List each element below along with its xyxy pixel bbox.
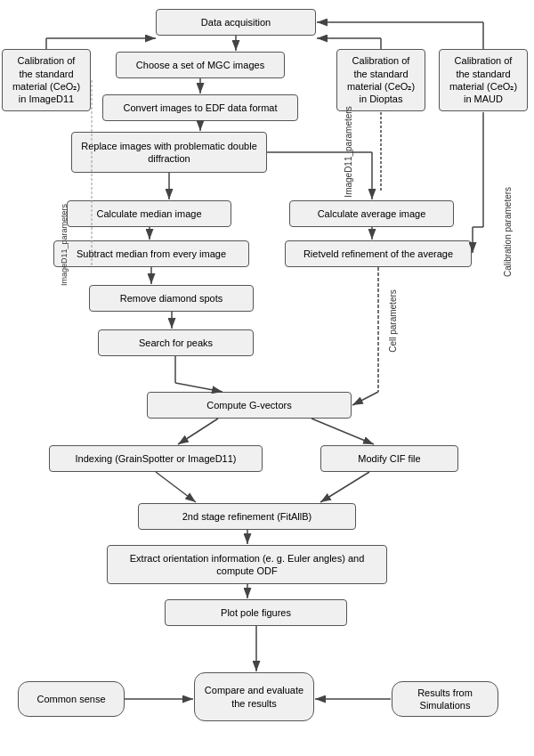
indexing: Indexing (GrainSpotter or ImageD11) [49, 445, 263, 472]
common-sense: Common sense [18, 681, 125, 717]
calc-median: Calculate median image [67, 200, 231, 227]
refinement-2nd: 2nd stage refinement (FitAllB) [138, 503, 356, 530]
subtract-median: Subtract median from every image [53, 240, 249, 267]
results-simulations: Results from Simulations [392, 681, 498, 717]
svg-line-26 [178, 419, 218, 444]
choose-mgc: Choose a set of MGC images [116, 52, 285, 78]
rietveld: Rietveld refinement of the average [285, 240, 472, 267]
label-imaged11-params: ImageD11_parameters [344, 106, 353, 197]
svg-line-25 [175, 383, 222, 392]
replace-images: Replace images with problematic double d… [71, 132, 267, 173]
calib-maud: Calibration of the standard material (Ce… [439, 49, 528, 111]
calc-average: Calculate average image [289, 200, 454, 227]
compute-g: Compute G-vectors [147, 392, 352, 419]
data-acquisition: Data acquisition [156, 9, 316, 36]
compare-evaluate: Compare and evaluate the results [194, 672, 314, 721]
svg-line-27 [312, 419, 374, 444]
remove-diamond: Remove diamond spots [89, 285, 254, 312]
label-cell-params: Cell parameters [388, 289, 398, 353]
convert-edf: Convert images to EDF data format [102, 94, 298, 121]
calib-imaged11: Calibration of the standard material (Ce… [2, 49, 91, 111]
svg-line-29 [320, 472, 369, 502]
label-calibration-params: Calibration parameters [503, 187, 513, 277]
svg-line-22 [352, 392, 378, 405]
search-peaks: Search for peaks [98, 329, 254, 356]
svg-line-28 [156, 472, 196, 502]
calib-dioptas: Calibration of the standard material (Ce… [336, 49, 425, 111]
extract-orientation: Extract orientation information (e. g. E… [107, 545, 387, 584]
label-imaged11-left: ImageD11_parameters [60, 204, 69, 286]
plot-pole: Plot pole figures [165, 599, 347, 626]
modify-cif: Modify CIF file [320, 445, 458, 472]
flowchart-diagram: Data acquisitionChoose a set of MGC imag… [0, 0, 534, 756]
